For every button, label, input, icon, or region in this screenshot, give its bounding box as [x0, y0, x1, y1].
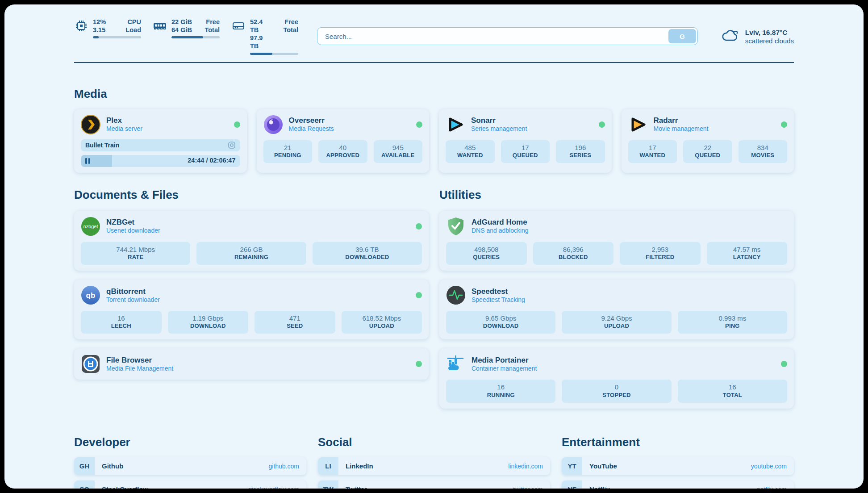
stat-box: 17 QUEUED	[501, 140, 550, 163]
bookmarks-entertainment: Entertainment YT YouTube youtube.com NF …	[562, 435, 794, 489]
card-subtitle: Speedtest Tracking	[472, 296, 525, 304]
cpu-icon	[74, 19, 88, 33]
bookmark-url: twitter.com	[513, 486, 543, 489]
weather-widget: Lviv, 16.87°C scattered clouds	[721, 27, 794, 46]
bookmark-name: Github	[102, 462, 123, 470]
card-title: NZBGet	[106, 217, 160, 227]
dashboard-page: 12% 3.15 CPU Load	[4, 4, 864, 489]
pause-icon	[85, 158, 90, 164]
card-title: qBittorrent	[106, 287, 160, 296]
section-title-utilities: Utilities	[439, 188, 794, 202]
disk-progress-fill	[250, 53, 272, 55]
bookmark-url: linkedin.com	[508, 463, 543, 470]
bookmark-youtube[interactable]: YT YouTube youtube.com	[562, 457, 794, 475]
section-title-documents: Documents & Files	[74, 188, 429, 202]
stat-box: 16 LEECH	[81, 311, 162, 334]
bookmarks-developer: Developer GH Github github.com SO StackO…	[74, 435, 306, 489]
card-subtitle: Series management	[471, 125, 527, 133]
stat-box: 196 SERIES	[556, 140, 605, 163]
card-title: AdGuard Home	[472, 217, 529, 227]
card-subtitle: Media File Management	[106, 365, 173, 373]
search-bar: G	[317, 27, 698, 45]
bookmark-name: Twitter	[346, 485, 367, 489]
bookmark-name: StackOverflow	[102, 485, 148, 489]
nzbget-card[interactable]: nzbget NZBGet Usenet downloader 744.21 M…	[74, 211, 429, 271]
bookmark-abbr: LI	[318, 457, 338, 475]
disk-label-2: Total	[283, 26, 298, 34]
card-subtitle: Container management	[472, 365, 537, 373]
section-title-entertainment: Entertainment	[562, 435, 794, 449]
stat-box: 498,508 QUERIES	[446, 242, 527, 265]
ram-free: 22 GiB	[171, 18, 192, 26]
disk-progress-track	[250, 53, 298, 55]
stat-box: 471 SEED	[255, 311, 335, 334]
ram-progress-track	[171, 36, 220, 38]
disk-total: 97.9 TB	[250, 34, 271, 50]
stat-box: 2,953 FILTERED	[620, 242, 701, 265]
card-subtitle: Media server	[106, 125, 142, 133]
card-subtitle: Usenet downloader	[106, 227, 160, 235]
stat-box: 86,396 BLOCKED	[533, 242, 614, 265]
speedtest-icon	[446, 285, 466, 305]
stat-box: 9.24 Gbps UPLOAD	[562, 311, 671, 334]
adguard-card[interactable]: AdGuard Home DNS and adblocking 498,508 …	[439, 211, 794, 271]
ram-label-1: Free	[204, 18, 220, 26]
bookmark-github[interactable]: GH Github github.com	[74, 457, 306, 475]
card-title: File Browser	[106, 355, 173, 365]
section-utilities: Utilities AdGuard	[439, 188, 794, 409]
plex-card[interactable]: Plex Media server Bullet Train	[74, 109, 247, 173]
cpu-label-1: CPU	[125, 18, 141, 26]
bookmark-abbr: TW	[318, 480, 338, 489]
now-playing-title: Bullet Train	[85, 142, 119, 149]
section-title-media: Media	[74, 87, 794, 101]
disk-stat: 52.4 TB 97.9 TB Free Total	[231, 18, 298, 55]
cpu-percent: 12%	[93, 18, 106, 26]
portainer-card[interactable]: Media Portainer Container management 16 …	[439, 348, 794, 408]
bookmark-url: github.com	[269, 463, 299, 470]
stat-box: 22 QUEUED	[683, 140, 732, 163]
plex-icon	[81, 115, 100, 134]
card-title: Radarr	[654, 116, 709, 125]
status-dot	[416, 121, 422, 128]
overseerr-card[interactable]: Overseerr Media Requests 21 PENDING 40 A…	[257, 109, 430, 173]
search-engine-button[interactable]: G	[668, 29, 696, 43]
stat-box: 9.65 Gbps DOWNLOAD	[446, 311, 555, 334]
qbittorrent-card[interactable]: qb qBittorrent Torrent downloader 16 LEE…	[74, 280, 429, 339]
stat-box: 17 WANTED	[628, 140, 677, 163]
section-documents: Documents & Files nzbget NZBGet Usenet d	[74, 188, 429, 409]
search-input[interactable]	[319, 33, 668, 40]
stat-box: 834 MOVIES	[739, 140, 788, 163]
bookmark-netflix[interactable]: NF Netflix netflix.com	[562, 480, 794, 489]
card-title: Speedtest	[472, 287, 525, 296]
bookmark-abbr: SO	[74, 480, 95, 489]
now-playing-row: Bullet Train	[81, 139, 240, 151]
cpu-progress-track	[93, 36, 141, 38]
radarr-card[interactable]: Radarr Movie management 17 WANTED 22 QUE…	[622, 109, 794, 173]
card-title: Media Portainer	[472, 355, 537, 365]
bookmark-twitter[interactable]: TW Twitter twitter.com	[318, 480, 550, 489]
bookmarks-social: Social LI LinkedIn linkedin.com TW Twitt…	[318, 435, 550, 489]
svg-text:qb: qb	[86, 291, 96, 300]
stat-box: 1.19 Gbps DOWNLOAD	[168, 311, 249, 334]
speedtest-card[interactable]: Speedtest Speedtest Tracking 9.65 Gbps D…	[439, 280, 794, 339]
session-icon[interactable]	[228, 141, 236, 149]
bookmark-stackoverflow[interactable]: SO StackOverflow stackoverflow.com	[74, 480, 306, 489]
nzbget-icon: nzbget	[81, 217, 100, 236]
sonarr-icon	[446, 115, 465, 134]
status-dot	[781, 361, 787, 367]
bookmark-abbr: GH	[74, 457, 95, 475]
disk-icon	[231, 19, 246, 33]
qbittorrent-icon: qb	[81, 285, 100, 305]
stat-box: 744.21 Mbps RATE	[81, 242, 190, 265]
filebrowser-card[interactable]: File Browser Media File Management	[74, 348, 429, 380]
bookmark-abbr: NF	[562, 480, 582, 489]
sonarr-card[interactable]: Sonarr Series management 485 WANTED 17 Q…	[439, 109, 612, 173]
ram-label-2: Total	[204, 26, 220, 34]
header-divider	[74, 62, 794, 63]
card-title: Overseerr	[289, 116, 334, 125]
stat-box: 618.52 Mbps UPLOAD	[342, 311, 422, 334]
bookmark-url: stackoverflow.com	[248, 486, 299, 489]
bookmark-linkedin[interactable]: LI LinkedIn linkedin.com	[318, 457, 550, 475]
top-bar: 12% 3.15 CPU Load	[74, 18, 794, 55]
status-dot	[416, 292, 422, 298]
